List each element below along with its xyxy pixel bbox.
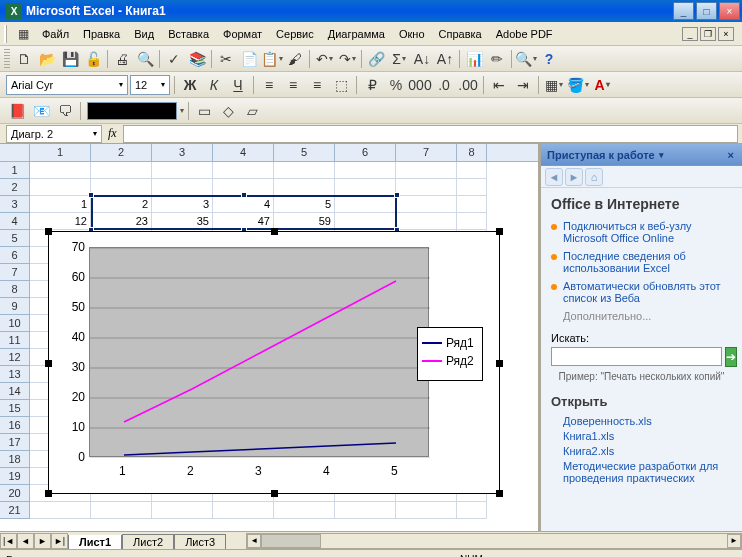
close-button[interactable]: ×: [719, 2, 740, 20]
align-left-icon[interactable]: ≡: [258, 74, 280, 96]
row-header[interactable]: 12: [0, 349, 30, 366]
recent-file[interactable]: Методические разработки для проведения п…: [563, 460, 732, 484]
row-header[interactable]: 21: [0, 502, 30, 519]
cell[interactable]: 4: [213, 196, 274, 213]
recent-file[interactable]: Книга1.xls: [563, 430, 732, 442]
worksheet-area[interactable]: 1 2 3 4 5 6 7 8 123123454122335475956789…: [0, 144, 540, 531]
link-connect[interactable]: Подключиться к веб-узлу Microsoft Office…: [563, 220, 732, 244]
underline-button[interactable]: Ч: [227, 74, 249, 96]
cell[interactable]: 35: [152, 213, 213, 230]
cell[interactable]: [91, 179, 152, 196]
col-header[interactable]: 8: [457, 144, 487, 161]
forward-icon[interactable]: ►: [565, 168, 583, 186]
cell[interactable]: [396, 213, 457, 230]
print-icon[interactable]: 🖨: [111, 48, 133, 70]
cell[interactable]: [457, 162, 487, 179]
row-header[interactable]: 2: [0, 179, 30, 196]
cut-icon[interactable]: ✂: [215, 48, 237, 70]
resize-handle-icon[interactable]: [496, 360, 503, 367]
pdf-mail-icon[interactable]: 📧: [30, 100, 52, 122]
drawing-icon[interactable]: ✏: [486, 48, 508, 70]
search-go-button[interactable]: ➔: [725, 347, 737, 367]
cell[interactable]: 5: [274, 196, 335, 213]
link-autoupdate[interactable]: Автоматически обновлять этот список из В…: [563, 280, 732, 304]
cell[interactable]: [335, 502, 396, 519]
scroll-left-icon[interactable]: ◄: [247, 534, 261, 548]
selection-handle[interactable]: [241, 192, 247, 198]
search-input[interactable]: [551, 347, 722, 366]
row-header[interactable]: 1: [0, 162, 30, 179]
italic-button[interactable]: К: [203, 74, 225, 96]
sort-desc-icon[interactable]: A↑: [434, 48, 456, 70]
row-header[interactable]: 9: [0, 298, 30, 315]
format-painter-icon[interactable]: 🖌: [284, 48, 306, 70]
cell[interactable]: [335, 179, 396, 196]
cell[interactable]: [396, 162, 457, 179]
undo-icon[interactable]: ↶▾: [313, 48, 335, 70]
tab-prev-icon[interactable]: ◄: [17, 533, 34, 549]
cell[interactable]: [30, 502, 91, 519]
zoom-icon[interactable]: 🔍▾: [515, 48, 537, 70]
cell[interactable]: [274, 162, 335, 179]
cell[interactable]: [30, 179, 91, 196]
cell[interactable]: [457, 502, 487, 519]
preview-icon[interactable]: 🔍: [134, 48, 156, 70]
resize-handle-icon[interactable]: [45, 360, 52, 367]
copy-icon[interactable]: 📄: [238, 48, 260, 70]
scroll-right-icon[interactable]: ►: [727, 534, 741, 548]
cell[interactable]: 1: [30, 196, 91, 213]
new-icon[interactable]: 🗋: [13, 48, 35, 70]
mdi-close-button[interactable]: ×: [718, 27, 734, 41]
cell[interactable]: [457, 179, 487, 196]
row-header[interactable]: 6: [0, 247, 30, 264]
pdf-icon[interactable]: 📕: [6, 100, 28, 122]
row-header[interactable]: 20: [0, 485, 30, 502]
col-header[interactable]: 7: [396, 144, 457, 161]
col-header[interactable]: 6: [335, 144, 396, 161]
cell[interactable]: [457, 196, 487, 213]
col-header[interactable]: 4: [213, 144, 274, 161]
sum-icon[interactable]: Σ▾: [388, 48, 410, 70]
borders-icon[interactable]: ▦▾: [543, 74, 565, 96]
permission-icon[interactable]: 🔓: [82, 48, 104, 70]
resize-handle-icon[interactable]: [45, 228, 52, 235]
cell[interactable]: [274, 179, 335, 196]
cell[interactable]: 23: [91, 213, 152, 230]
pdf-review-icon[interactable]: 🗨: [54, 100, 76, 122]
shape-btn-1[interactable]: ▭: [193, 100, 215, 122]
sheet-tab-3[interactable]: Лист3: [174, 534, 226, 549]
row-header[interactable]: 18: [0, 451, 30, 468]
select-all-corner[interactable]: [0, 144, 30, 161]
cell[interactable]: 12: [30, 213, 91, 230]
menu-format[interactable]: Формат: [217, 26, 268, 42]
tab-last-icon[interactable]: ►|: [51, 533, 68, 549]
link-more[interactable]: Дополнительно...: [563, 310, 732, 322]
redo-icon[interactable]: ↷▾: [336, 48, 358, 70]
fill-dropdown-icon[interactable]: ▾: [179, 106, 184, 115]
cell[interactable]: [396, 502, 457, 519]
menu-edit[interactable]: Правка: [77, 26, 126, 42]
chart-wizard-icon[interactable]: 📊: [463, 48, 485, 70]
row-header[interactable]: 13: [0, 366, 30, 383]
taskpane-close-icon[interactable]: ×: [726, 149, 736, 161]
legend[interactable]: Ряд1 Ряд2: [417, 327, 483, 381]
tab-first-icon[interactable]: |◄: [0, 533, 17, 549]
menu-chart[interactable]: Диаграмма: [322, 26, 391, 42]
cell[interactable]: [396, 179, 457, 196]
cell[interactable]: [213, 162, 274, 179]
resize-handle-icon[interactable]: [271, 228, 278, 235]
excel-doc-icon[interactable]: ▦: [12, 23, 34, 45]
menu-view[interactable]: Вид: [128, 26, 160, 42]
shape-btn-3[interactable]: ▱: [241, 100, 263, 122]
cell[interactable]: [274, 502, 335, 519]
row-header[interactable]: 5: [0, 230, 30, 247]
menu-insert[interactable]: Вставка: [162, 26, 215, 42]
bold-button[interactable]: Ж: [179, 74, 201, 96]
tab-next-icon[interactable]: ►: [34, 533, 51, 549]
comma-icon[interactable]: 000: [409, 74, 431, 96]
shape-btn-2[interactable]: ◇: [217, 100, 239, 122]
row-header[interactable]: 14: [0, 383, 30, 400]
cell[interactable]: [91, 502, 152, 519]
resize-handle-icon[interactable]: [496, 228, 503, 235]
name-box[interactable]: Диагр. 2 ▾: [6, 125, 102, 143]
